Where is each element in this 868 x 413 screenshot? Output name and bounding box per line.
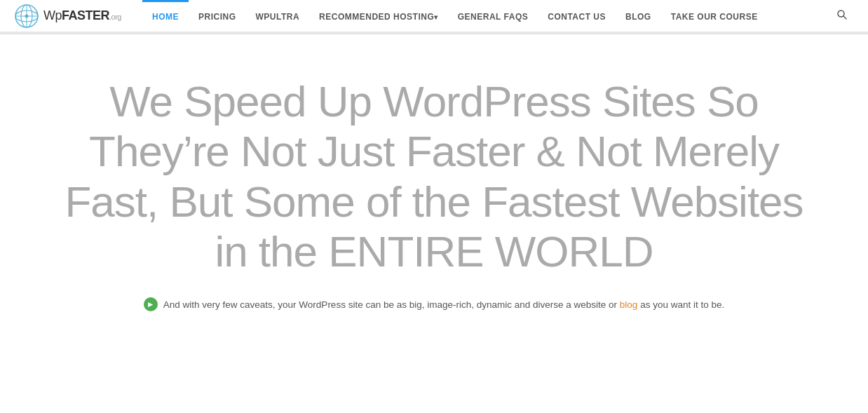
blog-link[interactable]: blog xyxy=(620,299,638,310)
search-icon[interactable] xyxy=(830,10,854,22)
hero-title: We Speed Up WordPress Sites So They’re N… xyxy=(48,76,820,276)
main-nav: HOME PRICING WPULTRA RECOMMENDED HOSTING… xyxy=(142,0,854,32)
svg-line-7 xyxy=(843,16,846,19)
nav-item-wpultra[interactable]: WPULTRA xyxy=(246,0,310,32)
logo-link[interactable]: WpFASTER.org xyxy=(14,4,121,29)
nav-item-general-faqs[interactable]: GENERAL FAQS xyxy=(448,0,538,32)
nav-item-pricing[interactable]: PRICING xyxy=(189,0,246,32)
hero-section: We Speed Up WordPress Sites So They’re N… xyxy=(0,34,868,332)
site-header: WpFASTER.org HOME PRICING WPULTRA RECOMM… xyxy=(0,0,868,32)
nav-item-blog[interactable]: BLOG xyxy=(616,0,661,32)
arrow-icon: ► xyxy=(144,297,158,311)
hero-subtitle: ► And with very few caveats, your WordPr… xyxy=(118,297,750,311)
nav-item-recommended-hosting[interactable]: RECOMMENDED HOSTING xyxy=(309,0,448,32)
nav-item-home[interactable]: HOME xyxy=(142,0,189,32)
logo-icon xyxy=(14,4,39,29)
hero-subtitle-text: And with very few caveats, your WordPres… xyxy=(163,299,724,310)
nav-item-contact-us[interactable]: CONTACT US xyxy=(538,0,616,32)
nav-item-take-our-course[interactable]: TAKE OUR COURSE xyxy=(661,0,768,32)
logo-text: WpFASTER.org xyxy=(43,8,121,23)
